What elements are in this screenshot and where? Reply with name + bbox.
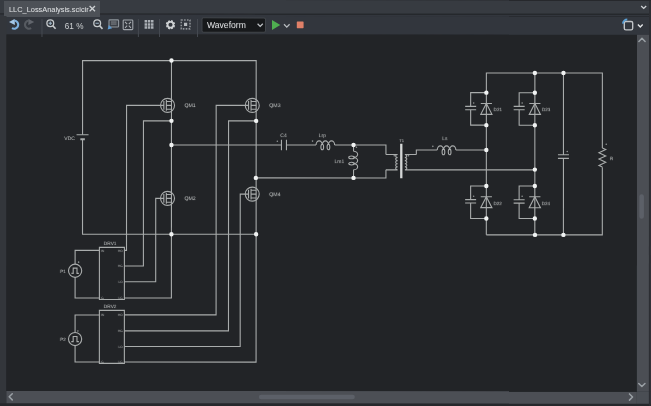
svg-text:LO: LO [118, 345, 123, 349]
svg-text:61 %: 61 % [65, 22, 84, 31]
svg-text:Lm1: Lm1 [335, 159, 345, 165]
svg-text:QM3: QM3 [269, 103, 280, 109]
svg-text:HG: HG [118, 329, 123, 333]
svg-text:D21: D21 [494, 107, 503, 112]
svg-text:LO: LO [118, 280, 123, 284]
svg-text:Ls: Ls [442, 137, 448, 143]
svg-text:DRV1: DRV1 [104, 241, 117, 247]
svg-text:HO: HO [118, 313, 123, 317]
svg-text:P2: P2 [60, 337, 66, 342]
svg-text:D22: D22 [493, 201, 502, 206]
svg-text:QM2: QM2 [184, 196, 195, 202]
svg-text:LG: LG [118, 296, 123, 300]
svg-text:Waveform: Waveform [207, 20, 246, 30]
svg-text:QM1: QM1 [184, 103, 195, 109]
svg-text:C4: C4 [280, 133, 287, 139]
svg-text:LG: LG [118, 360, 123, 364]
svg-text:VDC: VDC [64, 136, 75, 142]
svg-text:Lrp: Lrp [319, 133, 326, 139]
svg-text:QM4: QM4 [269, 192, 280, 198]
svg-text:HG: HG [118, 264, 123, 268]
svg-text:D24: D24 [542, 201, 551, 206]
svg-text:LLC_LossAnalysis.scicir: LLC_LossAnalysis.scicir [9, 5, 89, 14]
svg-text:DRV2: DRV2 [104, 304, 117, 310]
svg-text:HO: HO [118, 249, 123, 253]
svg-text:D23: D23 [542, 107, 551, 112]
svg-text:T1: T1 [399, 138, 405, 143]
svg-text:P1: P1 [60, 269, 66, 274]
